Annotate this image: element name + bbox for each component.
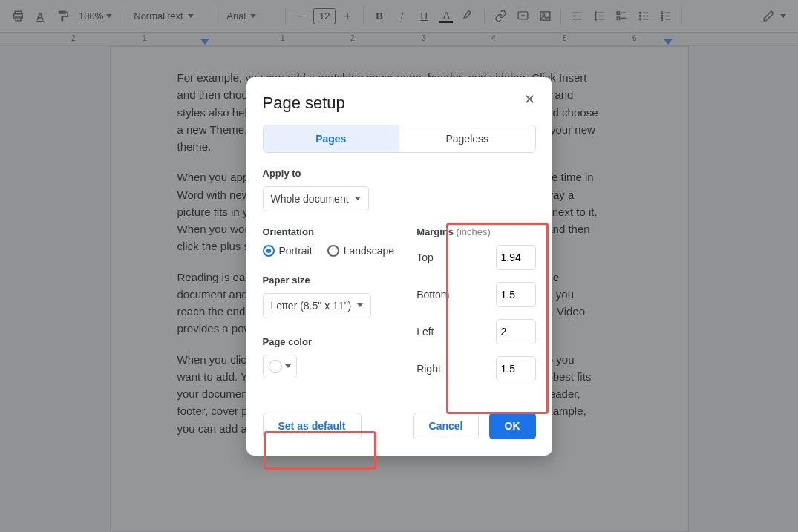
ok-button[interactable]: OK: [489, 413, 536, 439]
margins-label: Margins (inches): [416, 226, 535, 237]
page-color-select[interactable]: [263, 355, 297, 378]
modal-overlay: Page setup ✕ Pages Pageless Apply to Who…: [0, 0, 798, 532]
close-icon[interactable]: ✕: [520, 89, 540, 110]
page-setup-dialog: Page setup ✕ Pages Pageless Apply to Who…: [246, 77, 552, 456]
apply-to-select[interactable]: Whole document: [263, 186, 369, 211]
orientation-label: Orientation: [263, 226, 395, 237]
paper-size-select[interactable]: Letter (8.5" x 11"): [263, 293, 372, 318]
tab-pageless[interactable]: Pageless: [399, 125, 535, 152]
margin-bottom-label: Bottom: [416, 289, 449, 301]
margin-right-input[interactable]: [496, 356, 536, 381]
tab-pages[interactable]: Pages: [264, 125, 399, 152]
radio-portrait[interactable]: Portrait: [263, 245, 313, 257]
radio-landscape[interactable]: Landscape: [327, 245, 395, 257]
margin-top-input[interactable]: [496, 245, 536, 270]
dialog-title: Page setup: [263, 93, 536, 113]
margin-left-label: Left: [416, 326, 434, 338]
margin-left-input[interactable]: [496, 319, 536, 344]
dialog-tabs: Pages Pageless: [263, 125, 536, 153]
margin-bottom-input[interactable]: [496, 282, 536, 307]
apply-to-label: Apply to: [263, 168, 536, 179]
page-color-label: Page color: [263, 336, 395, 347]
margin-top-label: Top: [416, 252, 434, 263]
set-as-default-button[interactable]: Set as default: [263, 413, 362, 439]
margin-right-label: Right: [416, 363, 441, 375]
cancel-button[interactable]: Cancel: [413, 413, 479, 439]
paper-size-label: Paper size: [263, 275, 395, 286]
